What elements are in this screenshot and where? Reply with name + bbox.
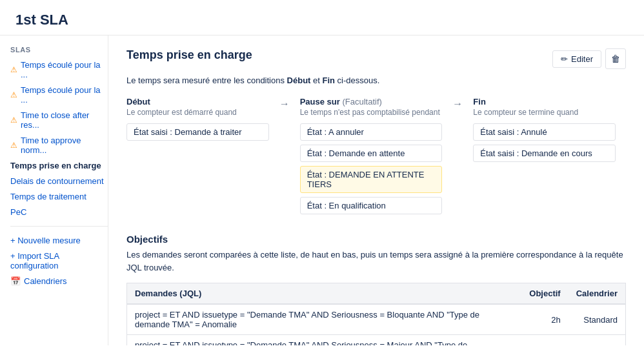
sidebar-item-6[interactable]: Delais de contournement xyxy=(10,174,108,188)
edit-button[interactable]: ✏ Editer xyxy=(552,50,601,68)
debut-label: Début xyxy=(126,97,269,107)
row-query: project = ET AND issuetype = "Demande TM… xyxy=(127,335,508,346)
pause-optional: (Facultatif) xyxy=(342,97,381,107)
page-title: 1st SLA xyxy=(0,0,644,36)
pause-tag-1: État : A annuler xyxy=(300,123,443,141)
pause-tag-3: État : DEMANDE EN ATTENTE TIERS xyxy=(300,166,443,193)
conditions-grid: Début Le compteur est démarré quand État… xyxy=(126,97,626,218)
sidebar-item-8[interactable]: PeC xyxy=(10,205,108,219)
fin-tag-1: État saisi : Annulé xyxy=(473,123,616,141)
arrow-1: → xyxy=(279,97,290,218)
row-query: project = ET AND issuetype = "Demande TM… xyxy=(127,304,508,335)
sidebar: SLAs ⚠ Temps écoulé pour la ... ⚠ Temps … xyxy=(0,36,108,345)
warning-icon: ⚠ xyxy=(10,116,17,125)
sidebar-item-1[interactable]: ⚠ Temps écoulé pour la ... xyxy=(10,57,108,82)
objectives-section: Objectifs Les demandes seront comparées … xyxy=(126,234,626,345)
pause-column: Pause sur (Facultatif) Le temps n'est pa… xyxy=(300,97,453,218)
pause-tag-4: État : En qualification xyxy=(300,197,443,214)
objectives-title: Objectifs xyxy=(126,234,626,245)
import-sla-action[interactable]: + Import SLA configuration xyxy=(10,249,108,273)
fin-column: Fin Le compteur se termine quand État sa… xyxy=(473,97,626,218)
fin-tag-2: État saisi : Demande en cours xyxy=(473,145,616,162)
delete-button[interactable]: 🗑 xyxy=(605,48,626,69)
warning-icon: ⚠ xyxy=(10,65,17,74)
pencil-icon: ✏ xyxy=(561,54,568,64)
table-row: project = ET AND issuetype = "Demande TM… xyxy=(127,304,626,335)
warning-icon: ⚠ xyxy=(10,141,17,150)
sidebar-section-label: SLAs xyxy=(10,46,108,54)
sidebar-item-3[interactable]: ⚠ Time to close after res... xyxy=(10,108,108,132)
sidebar-item-4[interactable]: ⚠ Time to approve norm... xyxy=(10,133,108,158)
sidebar-item-2[interactable]: ⚠ Temps écoulé pour la ... xyxy=(10,83,108,107)
pause-tag-2: État : Demande en attente xyxy=(300,145,443,162)
warning-icon: ⚠ xyxy=(10,90,17,99)
trash-icon: 🗑 xyxy=(611,54,620,64)
col-demandes: Demandes (JQL) xyxy=(127,283,508,305)
debut-desc: Le compteur est démarré quand xyxy=(126,108,269,117)
sidebar-item-7[interactable]: Temps de traitement xyxy=(10,189,108,204)
debut-column: Début Le compteur est démarré quand État… xyxy=(126,97,279,218)
pause-desc: Le temps n'est pas comptabilisé pendant xyxy=(300,108,443,117)
col-calendrier: Calendrier xyxy=(569,283,626,305)
header-actions: ✏ Editer 🗑 xyxy=(552,48,626,69)
content-title: Temps prise en charge xyxy=(126,48,252,62)
row-calendrier: Standard xyxy=(569,335,626,346)
calendar-icon: 📅 xyxy=(10,276,21,286)
table-row: project = ET AND issuetype = "Demande TM… xyxy=(127,335,626,346)
arrow-2: → xyxy=(452,97,463,218)
col-objectif: Objectif xyxy=(508,283,569,305)
subtitle: Le temps sera mesuré entre les condition… xyxy=(126,76,626,85)
row-objectif: 2h xyxy=(508,304,569,335)
fin-label: Fin xyxy=(473,97,616,107)
main-content: Temps prise en charge ✏ Editer 🗑 Le temp… xyxy=(108,36,644,345)
row-calendrier: Standard xyxy=(569,304,626,335)
objectives-table: Demandes (JQL) Objectif Calendrier proje… xyxy=(126,283,626,345)
fin-desc: Le compteur se termine quand xyxy=(473,108,616,117)
row-objectif: 8h xyxy=(508,335,569,346)
objectives-desc: Les demandes seront comparées à cette li… xyxy=(126,249,626,274)
sidebar-item-5: Temps prise en charge xyxy=(10,158,108,173)
new-measure-action[interactable]: + Nouvelle mesure xyxy=(10,233,108,248)
debut-tag-1: État saisi : Demande à traiter xyxy=(126,123,269,141)
sidebar-divider xyxy=(10,226,108,227)
calendriers-action[interactable]: 📅 Calendriers xyxy=(10,274,108,289)
pause-label: Pause sur (Facultatif) xyxy=(300,97,443,107)
